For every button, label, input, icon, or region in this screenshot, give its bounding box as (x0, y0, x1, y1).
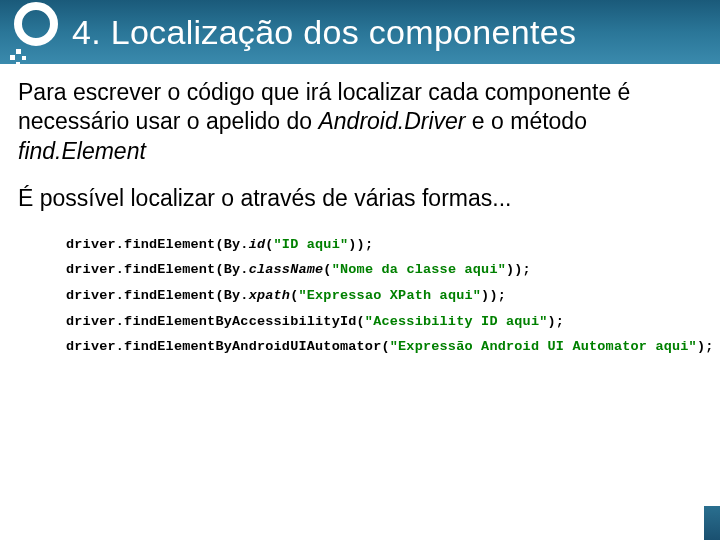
code-line: driver.findElement(By.className("Nome da… (66, 257, 702, 283)
logo (8, 0, 64, 64)
p1-text-c: e o método (465, 108, 586, 134)
code-line: driver.findElement(By.xpath("Expressao X… (66, 283, 702, 309)
slide-content: Para escrever o código que irá localizar… (0, 64, 720, 360)
slide-title: 4. Localização dos componentes (72, 13, 576, 52)
logo-circle-icon (14, 2, 58, 46)
code-line: driver.findElementByAndroidUIAutomator("… (66, 334, 702, 360)
paragraph-intro: Para escrever o código que irá localizar… (18, 78, 702, 166)
p1-androiddriver: Android.Driver (318, 108, 465, 134)
code-line: driver.findElement(By.id("ID aqui")); (66, 232, 702, 258)
p1-findelement: find.Element (18, 138, 146, 164)
paragraph-forms: É possível localizar o através de várias… (18, 184, 702, 213)
corner-accent (704, 506, 720, 540)
slide-header: 4. Localização dos componentes (0, 0, 720, 64)
code-line: driver.findElementByAccessibilityId("Ace… (66, 309, 702, 335)
code-block: driver.findElement(By.id("ID aqui"));dri… (18, 232, 702, 360)
